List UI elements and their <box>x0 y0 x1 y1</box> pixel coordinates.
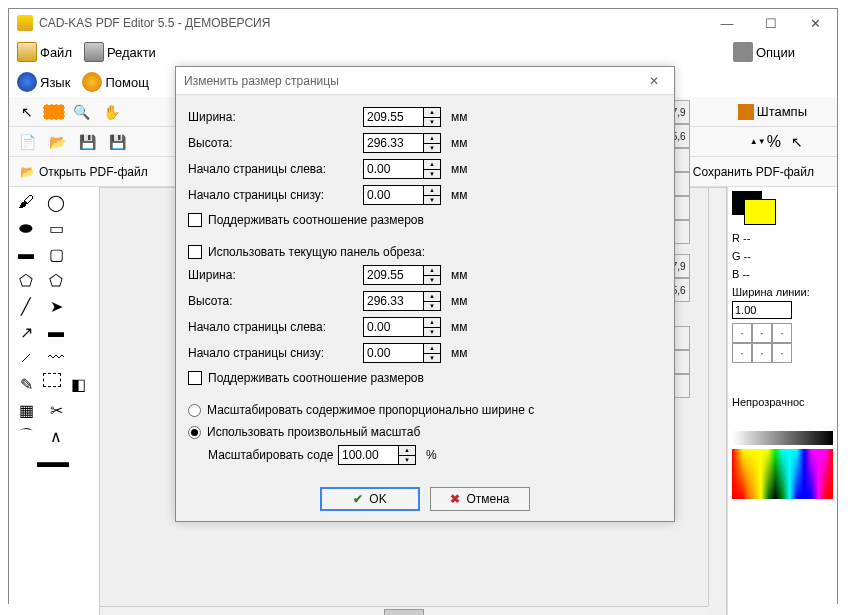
menu-edit[interactable]: Редакти <box>80 40 160 64</box>
height2-spinner[interactable]: ▲▼ <box>423 291 441 311</box>
menu-options[interactable]: Опции <box>729 40 799 64</box>
percent-label: % <box>767 133 781 151</box>
cursor-button[interactable]: ↖ <box>13 100 41 124</box>
width-spinner[interactable]: ▲▼ <box>423 107 441 127</box>
rounded-rect-tool[interactable]: ▢ <box>43 243 69 265</box>
alignment-grid[interactable]: ··· ··· <box>732 323 833 363</box>
tool-panel: 🖌 ◯ ⬬ ▭ ▬ ▢ ⬠ ⬠ ╱ ➤ ↗ ▬ ⟋ 〰 ✎ ◧ ▦ ✂ ⌒ ∧ … <box>9 187 99 615</box>
line-tool[interactable]: ╱ <box>13 295 39 317</box>
minimize-button[interactable]: — <box>705 9 749 37</box>
use-trim-checkbox[interactable] <box>188 245 202 259</box>
saveas-button[interactable]: 💾 <box>103 130 131 154</box>
marquee-tool[interactable] <box>43 373 61 387</box>
spinner-up[interactable]: ▲▼ <box>751 130 765 154</box>
use-trim-label: Использовать текущую панель обреза: <box>208 245 425 259</box>
left2-input[interactable] <box>363 317 423 337</box>
menu-lang[interactable]: Язык <box>13 70 74 94</box>
maximize-button[interactable]: ☐ <box>749 9 793 37</box>
stamp-icon <box>738 104 754 120</box>
open-pdf-button[interactable]: 📂 Открыть PDF-файл <box>13 160 155 184</box>
polygon-tool[interactable]: ⬠ <box>13 269 39 291</box>
wave-tool[interactable]: 〰 <box>43 347 69 369</box>
keep-ratio-checkbox[interactable] <box>188 213 202 227</box>
scale-arb-radio[interactable] <box>188 426 201 439</box>
eraser-tool[interactable]: ◧ <box>65 373 91 395</box>
horizontal-scrollbar[interactable] <box>100 606 708 615</box>
width2-input[interactable] <box>363 265 423 285</box>
opacity-label: Непрозрачнос <box>732 393 833 411</box>
scroll-thumb[interactable] <box>384 609 424 616</box>
select-rect-button[interactable] <box>43 104 65 120</box>
left-label: Начало страницы слева: <box>188 162 363 176</box>
ok-button[interactable]: ✔OK <box>320 487 420 511</box>
stamps-menu[interactable]: Штампы <box>734 102 811 122</box>
cursor2-button[interactable]: ↖ <box>783 130 811 154</box>
filled-rect-tool[interactable]: ▬ <box>13 243 39 265</box>
scale-input[interactable] <box>338 445 398 465</box>
scale-spinner[interactable]: ▲▼ <box>398 445 416 465</box>
height-input[interactable] <box>363 133 423 153</box>
window-title: CAD-KAS PDF Editor 5.5 - ДЕМОВЕРСИЯ <box>39 16 270 30</box>
ellipse-tool[interactable]: ◯ <box>43 191 69 213</box>
dialog-close-button[interactable]: ✕ <box>642 71 666 91</box>
curve-tool[interactable]: ⟋ <box>13 347 39 369</box>
opacity-bar[interactable] <box>732 431 833 445</box>
scale-arb-label: Использовать произвольный масштаб <box>207 425 420 439</box>
left2-spinner[interactable]: ▲▼ <box>423 317 441 337</box>
bottom2-input[interactable] <box>363 343 423 363</box>
keep-ratio2-checkbox[interactable] <box>188 371 202 385</box>
g-value: G -- <box>732 247 833 265</box>
close-button[interactable]: ✕ <box>793 9 837 37</box>
vertical-scrollbar[interactable] <box>708 188 726 606</box>
left-spinner[interactable]: ▲▼ <box>423 159 441 179</box>
bottom-spinner[interactable]: ▲▼ <box>423 185 441 205</box>
height-spinner[interactable]: ▲▼ <box>423 133 441 153</box>
help-icon <box>82 72 102 92</box>
angle-tool[interactable]: ∧ <box>43 425 69 447</box>
pen-tool[interactable]: ✎ <box>13 373 39 395</box>
brush-tool[interactable]: 🖌 <box>13 191 39 213</box>
bottom-label: Начало страницы снизу: <box>188 188 363 202</box>
b-value: B -- <box>732 265 833 283</box>
arrow-tool[interactable]: ➤ <box>43 295 69 317</box>
save-button[interactable]: 💾 <box>73 130 101 154</box>
menu-help[interactable]: Помощ <box>78 70 152 94</box>
arc-tool[interactable]: ⌒ <box>13 425 39 447</box>
hline-tool[interactable]: ▬▬ <box>13 451 93 473</box>
left-input[interactable] <box>363 159 423 179</box>
line-width-input[interactable] <box>732 301 792 319</box>
rect-tool[interactable]: ▭ <box>43 217 69 239</box>
keep-ratio-label: Поддерживать соотношение размеров <box>208 213 424 227</box>
menu-file[interactable]: Файл <box>13 40 76 64</box>
globe-icon <box>17 72 37 92</box>
titlebar: CAD-KAS PDF Editor 5.5 - ДЕМОВЕРСИЯ — ☐ … <box>9 9 837 37</box>
unit-mm: мм <box>451 110 468 124</box>
pentagon-tool[interactable]: ⬠ <box>43 269 69 291</box>
zoom-button[interactable]: 🔍 <box>67 100 95 124</box>
filled-ellipse-tool[interactable]: ⬬ <box>13 217 39 239</box>
color-picker[interactable] <box>732 449 833 499</box>
height-label: Высота: <box>188 136 363 150</box>
width2-spinner[interactable]: ▲▼ <box>423 265 441 285</box>
gradient-tool[interactable]: ▦ <box>13 399 39 421</box>
dialog-titlebar: Изменить размер страницы ✕ <box>176 67 674 95</box>
open-button[interactable]: 📂 <box>43 130 71 154</box>
new-button[interactable]: 📄 <box>13 130 41 154</box>
crop-tool[interactable]: ✂ <box>43 399 69 421</box>
arrow2-tool[interactable]: ↗ <box>13 321 39 343</box>
height2-input[interactable] <box>363 291 423 311</box>
line-width-label: Ширина линии: <box>732 283 833 301</box>
scale-prop-radio[interactable] <box>188 404 201 417</box>
menubar: Файл Редакти Опции <box>9 37 837 67</box>
bottom-input[interactable] <box>363 185 423 205</box>
thick-line-tool[interactable]: ▬ <box>43 321 69 343</box>
bottom2-spinner[interactable]: ▲▼ <box>423 343 441 363</box>
file-icon <box>17 42 37 62</box>
width-input[interactable] <box>363 107 423 127</box>
cancel-button[interactable]: ✖Отмена <box>430 487 530 511</box>
check-icon: ✔ <box>353 492 363 506</box>
hand-button[interactable]: ✋ <box>97 100 125 124</box>
scale-content-label: Масштабировать соде <box>208 448 338 462</box>
color-swatch[interactable] <box>732 191 762 215</box>
width-label: Ширина: <box>188 110 363 124</box>
